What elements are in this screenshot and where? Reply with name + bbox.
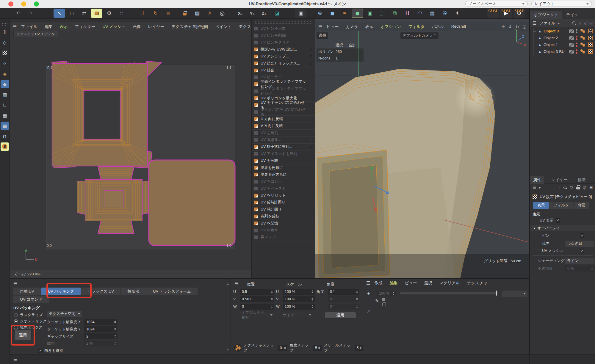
menu-item[interactable]: 選択 — [424, 280, 432, 286]
external-link-icon[interactable]: ↗ — [364, 307, 373, 316]
uv-polygon-mode-icon[interactable]: ▧ — [1, 90, 9, 99]
command-item[interactable]: UV ピンを追加 ⚙ — [252, 25, 315, 32]
polygon-object-icon[interactable]: ▲ — [538, 29, 542, 33]
scale-tool-icon[interactable]: ⧈ — [162, 9, 174, 18]
command-item[interactable]: 点列を反転 ⚙ — [252, 213, 315, 220]
radio-option[interactable]: 境界ボックス — [14, 324, 47, 331]
nodespace-dropdown[interactable]: ノードスペース — [465, 1, 528, 7]
menu-expand-arrow[interactable]: ▸ — [558, 21, 560, 25]
spline-h-icon[interactable]: H — [402, 9, 413, 18]
tab-layers[interactable]: レイヤー — [548, 176, 571, 184]
object-name[interactable]: Object 2 — [544, 36, 569, 40]
quantize-icon[interactable]: S — [1, 142, 9, 151]
paint-splat-icon[interactable]: ✳ — [204, 9, 215, 18]
bend-deformer-icon[interactable]: ◠ — [414, 9, 425, 18]
uv-panel-menu-icon[interactable]: ☰ — [13, 24, 17, 29]
command-item[interactable]: UV アンラップ... ⚙ — [252, 53, 315, 60]
uv-tools-menu-icon[interactable]: ☰ — [13, 281, 17, 286]
view-pan-icon[interactable]: ✛ — [502, 24, 505, 29]
edge-mode-icon[interactable]: ◈ — [1, 70, 9, 78]
menu-item[interactable]: UV メッシュ — [102, 24, 126, 29]
menu-item[interactable]: カメラ — [346, 24, 358, 29]
floor-grid-icon[interactable]: ▦ — [427, 9, 438, 18]
tab-takes[interactable]: テイク — [563, 11, 582, 19]
uvmesh-checkbox[interactable] — [580, 249, 584, 253]
axis-lock-icon[interactable]: XL — [235, 11, 246, 16]
slider-handle[interactable] — [496, 291, 497, 296]
uv-editor-tab[interactable]: テクスチャ UV エディタ — [13, 31, 58, 37]
tab-uv-commands[interactable]: UV コマンド — [13, 296, 49, 303]
rotation-step-icon[interactable] — [234, 344, 241, 352]
add-icon[interactable]: + — [364, 289, 373, 298]
light-icon[interactable]: ☀ — [452, 9, 463, 18]
menu-item[interactable]: オプション — [381, 24, 401, 29]
menu-item[interactable]: ペイント — [215, 24, 231, 29]
visibility-dots[interactable] — [576, 29, 577, 33]
angle-field[interactable]: 0 ° — [328, 296, 359, 302]
mode-tab[interactable]: 背景 — [574, 202, 589, 209]
menu-item[interactable]: レイヤー — [148, 24, 164, 29]
editor-visibility-toggle[interactable] — [569, 36, 574, 40]
command-item[interactable]: UV をコピー ⚙ — [252, 178, 315, 185]
apply-button[interactable]: 適用 — [14, 330, 32, 340]
size-mode-dropdown[interactable]: サイズ — [281, 312, 313, 318]
object-row[interactable]: ▲ Object 3-BU — [530, 48, 595, 55]
mode-tab[interactable]: 表示 — [533, 202, 549, 209]
menu-item[interactable]: ビュー — [326, 24, 339, 29]
polygon-object-icon[interactable]: ▲ — [538, 43, 542, 47]
command-item[interactable]: UV 時計回り ⚙ — [252, 206, 315, 213]
uv-tools-tab[interactable]: 投影法 — [121, 288, 146, 295]
fill-swatch-icon[interactable] — [382, 298, 385, 301]
overlay-section-header[interactable]: ▼オーバーレイ — [530, 225, 595, 231]
object-name[interactable]: Object 3-BU — [544, 49, 569, 54]
uv-tools-tab[interactable]: UV パッキング — [41, 288, 81, 295]
attr-add-icon[interactable]: ⊞ — [589, 185, 593, 190]
view-dolly-icon[interactable]: ⇕ — [508, 24, 512, 29]
attr-menu-icon[interactable]: ☰ — [533, 185, 536, 190]
command-item[interactable]: UV を戻す ⚙ — [252, 227, 315, 234]
material-tag[interactable] — [580, 29, 586, 33]
editor-visibility-toggle[interactable] — [569, 29, 574, 33]
menu-item[interactable]: 作成 — [374, 280, 382, 286]
scale-step-field[interactable]: 5 — [355, 345, 363, 351]
checkbox-icon[interactable] — [38, 349, 43, 353]
cube-primitive-icon[interactable]: ◼ — [327, 9, 338, 18]
coords-menu-icon[interactable]: ☰ — [234, 281, 238, 286]
menu-item[interactable]: マテリアル — [439, 280, 460, 286]
redo-icon[interactable]: ↷ — [25, 9, 36, 18]
filter-icon[interactable]: ▽ — [584, 21, 587, 25]
tweak-cube-icon[interactable]: ◻ — [66, 9, 77, 18]
shading-dropdown[interactable]: ライン — [565, 258, 594, 264]
axis-lock-icon[interactable]: YL — [247, 11, 258, 16]
radio-option[interactable]: ラスタライズ — [14, 312, 47, 318]
material-tag[interactable] — [580, 36, 586, 40]
viewport-menu-icon[interactable]: ☰ — [318, 24, 322, 29]
field-input[interactable]: 1024 — [84, 326, 118, 332]
radio-option[interactable]: ジオメトリック — [14, 318, 47, 324]
command-gear-icon[interactable]: ⚙ — [104, 9, 115, 18]
lock-uv-grid-icon[interactable]: ▦ — [1, 122, 9, 130]
picture-viewer-icon[interactable]: ▣ — [295, 9, 306, 18]
visibility-dots[interactable] — [576, 43, 577, 47]
subdivision-surface-icon[interactable]: ▣ — [364, 9, 375, 18]
timeline-menu-icon[interactable]: ☰ — [13, 357, 17, 362]
tab-objects[interactable]: オブジェクト — [530, 11, 562, 19]
menu-item[interactable]: ビュー — [405, 280, 417, 286]
angle-field[interactable]: 0 ° — [328, 304, 359, 310]
command-item[interactable]: 再マップ... ⚙ — [252, 234, 315, 241]
object-row[interactable]: ▲ Object 1 — [530, 41, 595, 48]
spline-pen-icon[interactable]: ⊕ — [314, 9, 325, 18]
menu-item[interactable]: フィルタ — [408, 24, 425, 29]
axis-mode-icon[interactable]: ∟ — [1, 101, 9, 109]
texture-channel-dropdown[interactable] — [502, 291, 527, 297]
stroke-swatch-icon[interactable] — [382, 302, 386, 306]
render-view-icon[interactable] — [487, 9, 499, 18]
home-icon[interactable]: ⌂ — [579, 21, 581, 25]
tab-structure[interactable]: 構造 — [575, 176, 589, 184]
menu-item[interactable]: 編集 — [389, 280, 397, 286]
angle-step-field[interactable]: 5 — [313, 345, 321, 351]
scale-field[interactable]: 100 % — [283, 304, 315, 310]
visibility-dots[interactable] — [576, 36, 577, 40]
layout-dropdown[interactable]: レイアウト — [531, 1, 592, 7]
uv-tools-tab[interactable]: 自動 UV — [13, 288, 41, 295]
